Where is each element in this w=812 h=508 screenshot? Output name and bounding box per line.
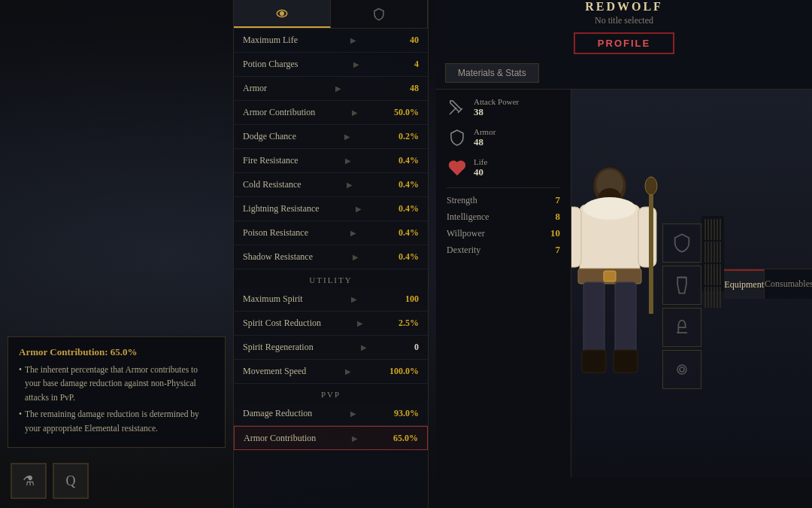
q-icon[interactable]: Q [53,463,89,499]
eq-cell-7[interactable] [707,242,709,263]
eq-cell-12[interactable] [704,264,706,285]
attr-row-intelligence: Intelligence8 [447,211,560,223]
eq-cell-9[interactable] [714,242,715,263]
eq-cell-10[interactable] [717,242,718,263]
armor-stat: Armor 48 [447,127,560,148]
stat-row-movement-speed[interactable]: Movement Speed▶100.0% [234,360,428,384]
stat-value: 93.0% [394,408,419,419]
heart-icon [447,157,468,178]
section-header-utility: UTILITY [234,269,428,287]
stat-row-maximum-spirit[interactable]: Maximum Spirit▶100 [234,287,428,312]
stat-row-lightning-resistance[interactable]: Lightning Resistance▶0.4% [234,197,428,221]
profile-button[interactable]: PROFILE [574,32,674,54]
attr-name: Intelligence [447,211,489,223]
attr-row-willpower: Willpower10 [447,227,560,239]
attack-power-label: Attack Power [474,97,519,106]
attack-power-value: 38 [474,106,519,118]
stat-row-spirit-cost-reduction[interactable]: Spirit Cost Reduction▶2.5% [234,312,428,336]
stat-value: 0.2% [398,131,419,142]
attr-value: 7 [556,244,561,256]
stat-divider: ▶ [352,434,358,443]
stat-name: Poison Resistance [243,227,308,239]
equipment-grid [701,216,724,291]
stat-row-maximum-life[interactable]: Maximum Life▶40 [234,29,428,53]
stat-row-cold-resistance[interactable]: Cold Resistance▶0.4% [234,173,428,197]
attr-row-dexterity: Dexterity7 [447,244,560,256]
stat-row-armor[interactable]: Armor▶48 [234,77,428,101]
armor-value: 48 [474,136,495,148]
eq-tab-equipment[interactable]: Equipment [724,269,765,299]
stat-name: Shadow Resistance [243,251,313,263]
stat-divider: ▶ [335,84,341,93]
eq-cell-1[interactable] [707,219,709,240]
attr-value: 7 [556,194,561,206]
eq-slot-pants[interactable] [662,266,701,305]
stat-name: Damage Reduction [243,408,312,419]
stat-value: 4 [414,59,419,70]
eq-tab-consumables[interactable]: Consumables [765,269,812,299]
svg-rect-17 [614,350,638,373]
eq-slot-offhand[interactable] [662,224,701,263]
stats-tabs [234,0,428,29]
eq-cell-16[interactable] [717,264,718,285]
eq-slot-ring2[interactable] [662,350,701,389]
eq-cell-19[interactable] [707,287,709,308]
eq-cell-15[interactable] [714,264,715,285]
eq-cell-5[interactable] [720,219,721,240]
eq-cell-14[interactable] [710,264,712,285]
tooltip-title: Armor Contribution: 65.0% [19,346,214,358]
stats-panel: Maximum Life▶40Potion Charges▶4Armor▶48A… [233,0,429,508]
stat-name: Armor Contribution [243,107,315,118]
eq-cell-13[interactable] [707,264,709,285]
stat-row-potion-charges[interactable]: Potion Charges▶4 [234,53,428,77]
attr-row-strength: Strength7 [447,194,560,206]
stat-row-spirit-regeneration[interactable]: Spirit Regeneration▶0 [234,336,428,360]
stat-row-armor-contribution[interactable]: Armor Contribution▶65.0% [234,426,428,450]
eq-slot-boots[interactable] [662,308,701,347]
stat-name: Dodge Chance [243,131,296,142]
eq-cell-20[interactable] [710,287,712,308]
equipment-slots-right [662,224,701,389]
materials-stats-button[interactable]: Materials & Stats [445,63,539,83]
eq-cell-23[interactable] [720,287,721,308]
stat-divider: ▶ [353,60,359,68]
stat-row-damage-reduction[interactable]: Damage Reduction▶93.0% [234,402,428,426]
eq-cell-4[interactable] [717,219,718,240]
eq-cell-17[interactable] [720,264,721,285]
stat-row-fire-resistance[interactable]: Fire Resistance▶0.4% [234,149,428,173]
svg-point-11 [583,197,636,220]
stat-name: Fire Resistance [243,155,298,166]
eq-cell-18[interactable] [704,287,706,308]
stat-divider: ▶ [345,157,351,165]
potion-icon[interactable]: ⚗ [11,463,47,499]
stats-tab-eye[interactable] [234,0,331,28]
stat-name: Movement Speed [243,366,306,377]
eq-cell-8[interactable] [710,242,712,263]
stat-row-armor-contribution[interactable]: Armor Contribution▶50.0% [234,101,428,125]
attr-name: Willpower [447,228,485,239]
eq-cell-11[interactable] [720,242,721,263]
stats-tab-shield[interactable] [331,0,428,28]
eq-cell-6[interactable] [704,242,706,263]
tooltip-body: The inherent percentage that Armor contr… [19,363,214,435]
eq-cell-3[interactable] [714,219,715,240]
eq-cell-21[interactable] [714,287,715,308]
eq-cell-22[interactable] [717,287,718,308]
stat-name: Armor [243,83,267,94]
stat-row-dodge-chance[interactable]: Dodge Chance▶0.2% [234,125,428,149]
svg-rect-16 [582,350,606,373]
armor-label: Armor [474,127,495,136]
stat-value: 48 [410,83,419,94]
stat-divider: ▶ [350,229,356,237]
attr-name: Strength [447,195,477,206]
stat-divider: ▶ [357,319,363,327]
stats-list[interactable]: Maximum Life▶40Potion Charges▶4Armor▶48A… [234,29,428,508]
stat-name: Armor Contribution [244,433,316,444]
section-header-pvp: PVP [234,384,428,402]
eq-cell-0[interactable] [704,219,706,240]
stat-row-shadow-resistance[interactable]: Shadow Resistance▶0.4% [234,245,428,269]
stat-divider: ▶ [356,205,362,213]
stat-row-poison-resistance[interactable]: Poison Resistance▶0.4% [234,221,428,245]
stat-value: 65.0% [393,433,418,444]
eq-cell-2[interactable] [710,219,712,240]
